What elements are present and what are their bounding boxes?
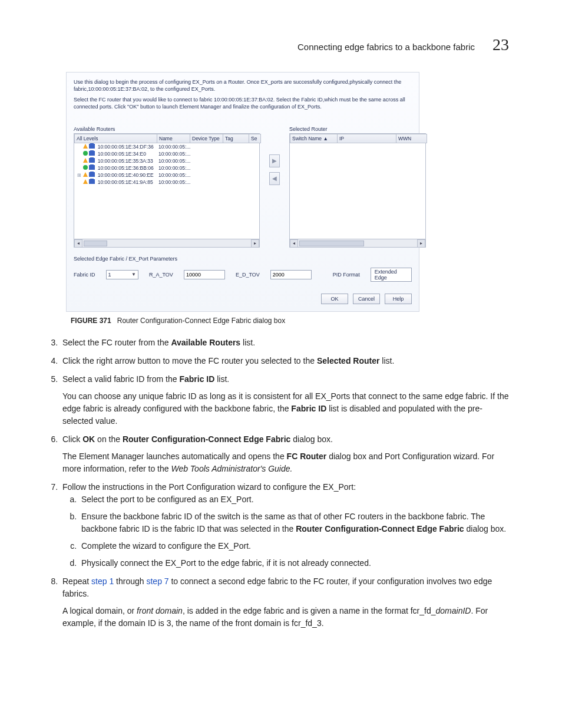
col-name[interactable]: Name [157,134,190,143]
selected-router-table[interactable]: Switch Name ▲ IP WWN ◂ ▸ [289,133,426,248]
step-7d: Physically connect the EX_Port to the ed… [79,557,509,569]
step-list: Select the FC router from the Available … [60,337,509,630]
edtov-input[interactable] [270,270,312,279]
section-title: Connecting edge fabrics to a backbone fa… [297,42,475,52]
table-row[interactable]: 10:00:00:05:1E:34:DF:3610:00:00:05:... [74,143,259,150]
ok-icon [83,165,88,170]
move-buttons: ▶ ◀ [269,154,280,185]
router-config-dialog: Use this dialog to begin the process of … [66,72,419,312]
switch-icon [89,144,95,149]
col-serial[interactable]: Se [249,134,261,143]
table-row[interactable]: 10:00:00:05:1E:36:BB:0610:00:00:05:... [74,164,259,172]
switch-icon [89,151,95,156]
step-7b: Ensure the backbone fabric ID of the swi… [79,510,509,535]
figure-text: Router Configuration-Connect Edge Fabric… [117,317,286,325]
params-title: Selected Edge Fabric / EX_Port Parameter… [74,256,412,262]
table-row[interactable]: 10:00:00:05:1E:34:E010:00:00:05:... [74,150,259,157]
col-device-type[interactable]: Device Type [190,134,223,143]
warning-icon [83,144,88,149]
table-row[interactable]: ⊞ 10:00:00:05:1E:40:90:EE10:00:00:05:... [74,172,259,179]
step-7: Follow the instructions in the Port Conf… [60,481,509,569]
step-6: Click OK on the Router Configuration-Con… [60,433,509,475]
switch-icon [89,165,95,170]
edtov-label: E_D_TOV [236,272,260,278]
step-5: Select a valid fabric ID from the Fabric… [60,373,509,427]
dialog-instruction: Select the FC router that you would like… [74,96,412,110]
scroll-right-icon[interactable]: ▸ [251,239,259,248]
col-switch-name[interactable]: Switch Name ▲ [290,134,338,143]
available-hscroll[interactable]: ◂ ▸ [74,239,259,247]
table-row[interactable]: 10:00:00:05:1E:41:9A:8510:00:00:05:... [74,179,259,186]
step-4: Click the right arrow button to move the… [60,355,509,367]
dialog-intro: Use this dialog to begin the process of … [74,78,412,93]
warning-icon [83,158,88,163]
scroll-left-icon[interactable]: ◂ [290,239,298,248]
selected-hscroll[interactable]: ◂ ▸ [290,239,425,247]
step-7-sublist: Select the port to be configured as an E… [79,493,509,569]
selected-router-label: Selected Router [289,126,426,132]
dialog-buttons: OK Cancel Help [74,294,412,304]
link-step-7[interactable]: step 7 [146,577,168,586]
col-ip[interactable]: IP [338,134,396,143]
chapter-number: 23 [492,35,509,54]
ratov-input[interactable] [184,270,225,279]
scroll-thumb[interactable] [299,241,364,246]
figure-label: FIGURE 371 [71,317,111,325]
cancel-button[interactable]: Cancel [353,294,380,304]
col-all-levels[interactable]: All Levels [75,134,157,143]
ok-icon [83,151,88,156]
step-7a: Select the port to be configured as an E… [79,493,509,506]
available-routers-table[interactable]: All Levels Name Device Type Tag Se 10:00… [74,133,260,248]
switch-icon [89,179,95,184]
step-6-note: The Element Manager launches automatical… [62,450,509,475]
table-row[interactable]: 10:00:00:05:1E:35:3A:3310:00:00:05:... [74,157,259,164]
page: Connecting edge fabrics to a backbone fa… [0,0,562,728]
step-5-note: You can choose any unique fabric ID as l… [62,390,509,427]
chevron-down-icon: ▼ [131,272,136,277]
fabric-id-label: Fabric ID [74,272,95,278]
step-8: Repeat step 1 through step 7 to connect … [60,575,509,630]
pid-format-label: PID Format [333,272,360,278]
step-3: Select the FC router from the Available … [60,337,509,349]
available-routers-label: Available Routers [74,126,260,132]
pid-format-value: Extended Edge [371,268,412,282]
col-tag[interactable]: Tag [223,134,249,143]
scroll-thumb[interactable] [84,241,107,246]
scroll-left-icon[interactable]: ◂ [74,239,82,248]
step-8-note: A logical domain, or front domain, is ad… [62,605,509,630]
fabric-id-value: 1 [108,272,111,278]
warning-icon [83,172,88,177]
move-right-button[interactable]: ▶ [269,154,280,167]
warning-icon [83,179,88,184]
ratov-label: R_A_TOV [149,272,173,278]
figure-caption: FIGURE 371 Router Configuration-Connect … [71,317,509,325]
scroll-right-icon[interactable]: ▸ [417,239,425,248]
step-7c: Complete the wizard to configure the EX_… [79,540,509,552]
link-step-1[interactable]: step 1 [91,577,114,586]
help-button[interactable]: Help [385,294,412,304]
col-wwn[interactable]: WWN [396,134,427,143]
params-row: Fabric ID 1 ▼ R_A_TOV E_D_TOV PID Format… [74,268,412,282]
page-header: Connecting edge fabrics to a backbone fa… [53,35,509,54]
switch-icon [89,158,95,163]
switch-icon [89,172,95,177]
move-left-button[interactable]: ◀ [269,172,280,185]
ok-button[interactable]: OK [321,294,348,304]
fabric-id-select[interactable]: 1 ▼ [106,270,139,279]
